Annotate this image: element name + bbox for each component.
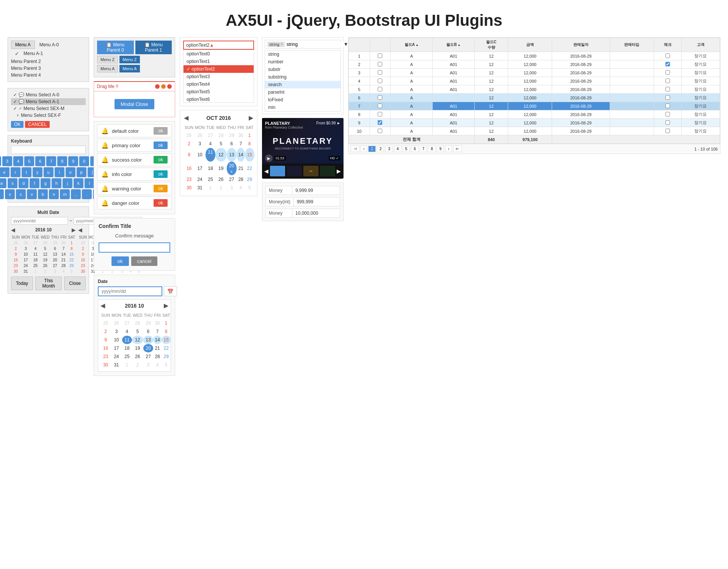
table-row[interactable]: 28: [215, 131, 227, 140]
menu-a-button[interactable]: Menu A: [11, 41, 35, 49]
table-row[interactable]: 2: [100, 327, 111, 336]
alert-ok-default[interactable]: ok: [154, 127, 168, 135]
kb-key-i[interactable]: i: [55, 167, 64, 177]
string-opt-substr[interactable]: substr: [265, 66, 340, 73]
table-row[interactable]: 2: [78, 246, 88, 251]
table-row[interactable]: 15: [245, 148, 254, 162]
table-row[interactable]: 13: [50, 251, 60, 257]
table-row[interactable]: 17: [20, 257, 31, 263]
menu-sub-z-left[interactable]: Menu Z: [97, 56, 118, 63]
video-thumb-1[interactable]: [270, 166, 285, 176]
menu-parent-tab-0[interactable]: 📋 Menu Parent 0: [97, 41, 134, 54]
string-opt-tofixed[interactable]: toFixed: [265, 96, 340, 104]
string-input-row[interactable]: string × ▼: [265, 40, 341, 49]
table-row[interactable]: 5: [67, 269, 76, 274]
table-row[interactable]: 30: [60, 240, 67, 246]
cell-cb[interactable]: [370, 119, 391, 127]
pager-first-button[interactable]: ⊣: [351, 146, 359, 152]
kb-key-b[interactable]: b: [38, 189, 48, 199]
alert-ok-success[interactable]: ok: [154, 156, 168, 163]
kb-key-9[interactable]: 9: [68, 156, 78, 166]
table-row[interactable]: 1: [162, 319, 171, 327]
col-amount[interactable]: 금액: [508, 38, 552, 52]
table-row[interactable]: 23: [184, 175, 194, 184]
this-month-button[interactable]: This Month: [35, 277, 62, 290]
menu-select-cancel-button[interactable]: CANCEL: [25, 121, 50, 128]
table-row[interactable]: 12: [132, 336, 143, 344]
ms-item-3[interactable]: ♀Menu Select SEX-F: [11, 112, 86, 119]
select-option-4[interactable]: optionText4: [184, 80, 254, 88]
left-cal-prev-button[interactable]: ◀: [11, 227, 15, 233]
confirm-cancel-button[interactable]: cancel: [131, 256, 158, 266]
kb-key-6[interactable]: 6: [35, 156, 45, 166]
string-opt-parseint[interactable]: parseInt: [265, 88, 340, 96]
table-row[interactable]: 28: [40, 240, 50, 246]
table-row[interactable]: 27: [227, 175, 237, 184]
string-input[interactable]: [287, 42, 344, 47]
cell-cb[interactable]: [370, 77, 391, 85]
table-row[interactable]: 31: [111, 361, 122, 369]
table-row[interactable]: 28: [132, 319, 143, 327]
table-row[interactable]: 31: [194, 184, 206, 192]
col-customer[interactable]: 고객: [681, 38, 720, 52]
table-row[interactable]: 24: [194, 175, 206, 184]
video-next-button[interactable]: ▶: [337, 168, 341, 174]
kb-key-n[interactable]: n: [49, 189, 59, 199]
table-row[interactable]: 27: [143, 352, 154, 361]
table-row[interactable]: 6: [143, 327, 154, 336]
select-option-2[interactable]: optionText2: [184, 65, 254, 73]
kb-key-f[interactable]: f: [30, 178, 39, 188]
table-row[interactable]: 14: [153, 336, 162, 344]
inline-cal-next-button[interactable]: ▶: [164, 302, 168, 309]
table-row[interactable]: 8: [245, 140, 254, 148]
kb-key-u[interactable]: u: [44, 167, 53, 177]
table-row[interactable]: 13: [143, 336, 154, 344]
keyboard-input[interactable]: [11, 146, 86, 154]
table-row[interactable]: 3: [227, 184, 237, 192]
pager-page-5[interactable]: 5: [403, 146, 410, 152]
table-row[interactable]: 2: [215, 184, 227, 192]
kb-key-v[interactable]: v: [27, 189, 37, 199]
table-row[interactable]: 24: [20, 263, 31, 269]
col-date[interactable]: 판매일자: [552, 38, 610, 52]
table-row[interactable]: 20E: [227, 162, 237, 175]
cell-cb[interactable]: [370, 85, 391, 94]
table-row[interactable]: 18: [206, 162, 215, 175]
cell-cb[interactable]: [370, 69, 391, 77]
video-thumb-4[interactable]: [320, 166, 335, 176]
ms-item-1[interactable]: ✓💬Menu Select A-1: [11, 98, 86, 105]
cell-cb[interactable]: [370, 94, 391, 102]
menu-sub-a-right[interactable]: Menu A: [119, 65, 140, 72]
cell-check[interactable]: [654, 102, 682, 110]
table-row[interactable]: 28: [237, 175, 245, 184]
table-row[interactable]: 29: [67, 263, 76, 269]
pager-page-1[interactable]: 1: [368, 146, 376, 152]
kb-key-0[interactable]: 0: [79, 156, 89, 166]
table-row[interactable]: 16: [100, 344, 111, 352]
big-cal-next-button[interactable]: ▶: [249, 114, 253, 121]
table-row[interactable]: 16: [11, 257, 20, 263]
today-button[interactable]: Today: [11, 277, 33, 290]
date-input[interactable]: [98, 286, 162, 296]
table-row[interactable]: 25: [11, 240, 20, 246]
kb-key-z[interactable]: z: [0, 189, 4, 199]
table-row[interactable]: 29: [162, 352, 171, 361]
cell-check[interactable]: [654, 52, 682, 60]
table-row[interactable]: 3: [143, 361, 154, 369]
table-row[interactable]: 4: [60, 269, 67, 274]
menu-parent-tab-1[interactable]: 📋 Menu Parent 1: [135, 41, 172, 54]
pager-page-4[interactable]: 4: [394, 146, 402, 152]
select-option-1[interactable]: optionText1: [184, 58, 254, 65]
table-row[interactable]: 3: [20, 246, 31, 251]
table-row[interactable]: 15: [67, 251, 76, 257]
pager-page-9[interactable]: 9: [437, 146, 444, 152]
table-row[interactable]: 21: [153, 344, 162, 352]
alert-ok-warning[interactable]: ok: [154, 185, 168, 192]
kb-key-r[interactable]: r: [11, 167, 20, 177]
table-row[interactable]: 26: [111, 319, 122, 327]
table-row[interactable]: 16: [184, 162, 194, 175]
table-row[interactable]: 1: [206, 184, 215, 192]
select-option-6[interactable]: optionText6: [184, 96, 254, 103]
drag-header[interactable]: Drag Me !!: [94, 82, 175, 91]
table-row[interactable]: 25: [78, 240, 88, 246]
